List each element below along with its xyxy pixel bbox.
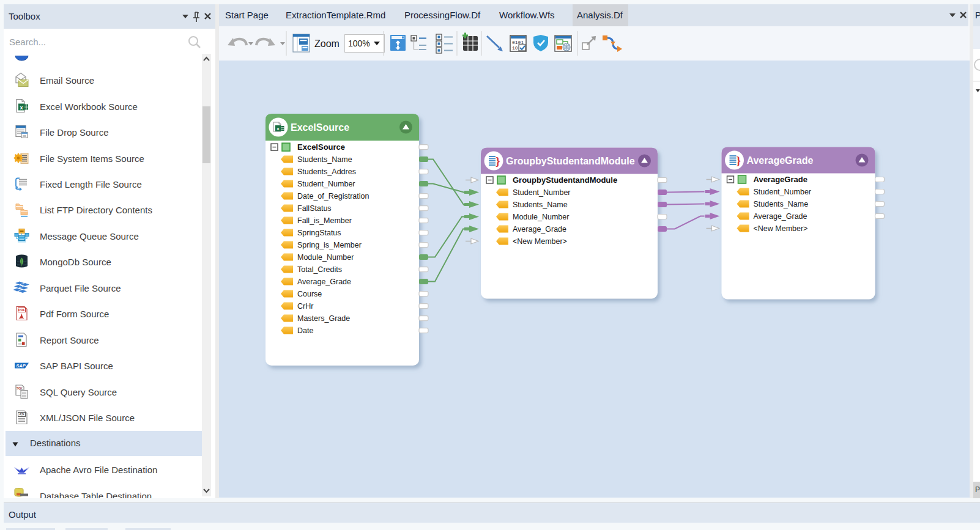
svg-text:x: x bbox=[20, 105, 23, 111]
svg-text:Average_Grade: Average_Grade bbox=[754, 212, 807, 221]
svg-text:Masters_Grade: Masters_Grade bbox=[297, 314, 350, 323]
svg-text:Date_of_Registration: Date_of_Registration bbox=[297, 192, 369, 201]
svg-text:Fall_is_Member: Fall_is_Member bbox=[297, 216, 352, 225]
svg-text:Students_Addres: Students_Addres bbox=[297, 167, 356, 176]
svg-text:100%: 100% bbox=[348, 39, 370, 48]
svg-text:Student_Number: Student_Number bbox=[754, 188, 812, 196]
svg-text:GroupbyStudentandModule: GroupbyStudentandModule bbox=[513, 175, 617, 185]
svg-text:ExcelSource: ExcelSource bbox=[297, 142, 345, 152]
svg-text:Module_Number: Module_Number bbox=[297, 253, 354, 262]
svg-text:10: 10 bbox=[512, 45, 518, 51]
svg-text:SAP: SAP bbox=[16, 363, 26, 369]
svg-text:AverageGrade: AverageGrade bbox=[747, 155, 814, 166]
svg-text:Total_Credits: Total_Credits bbox=[297, 265, 342, 274]
svg-text:Zoom: Zoom bbox=[314, 39, 340, 49]
svg-text:x: x bbox=[277, 126, 280, 131]
svg-text:Students_Name: Students_Name bbox=[754, 200, 809, 208]
svg-text:Student_Number: Student_Number bbox=[297, 180, 355, 188]
svg-text:CrHr: CrHr bbox=[297, 302, 313, 311]
svg-text:Average_Grade: Average_Grade bbox=[297, 278, 351, 286]
svg-text:Module_Number: Module_Number bbox=[513, 213, 569, 221]
svg-text:ExcelSource: ExcelSource bbox=[291, 122, 349, 133]
svg-text:AverageGrade: AverageGrade bbox=[754, 175, 807, 184]
svg-text:<New Member>: <New Member> bbox=[754, 224, 808, 233]
svg-text:Student_Number: Student_Number bbox=[513, 188, 571, 197]
svg-text:FallStatus: FallStatus bbox=[297, 204, 332, 213]
svg-text:Average_Grade: Average_Grade bbox=[513, 225, 566, 234]
svg-text:Students_Name: Students_Name bbox=[297, 155, 352, 164]
svg-text:Students_Name: Students_Name bbox=[513, 201, 568, 209]
svg-text:PDF: PDF bbox=[18, 308, 26, 312]
svg-text:Date: Date bbox=[297, 326, 313, 335]
svg-text:Course: Course bbox=[297, 290, 322, 298]
svg-text:Spring_is_Member: Spring_is_Member bbox=[297, 241, 362, 249]
svg-text:<>: <> bbox=[19, 412, 24, 416]
svg-text:<New Member>: <New Member> bbox=[513, 237, 567, 246]
svg-text:}: } bbox=[496, 155, 500, 167]
svg-text:GroupbyStudentandModule: GroupbyStudentandModule bbox=[506, 156, 635, 166]
svg-text:}: } bbox=[737, 154, 741, 167]
svg-text:SpringStatus: SpringStatus bbox=[297, 229, 341, 237]
